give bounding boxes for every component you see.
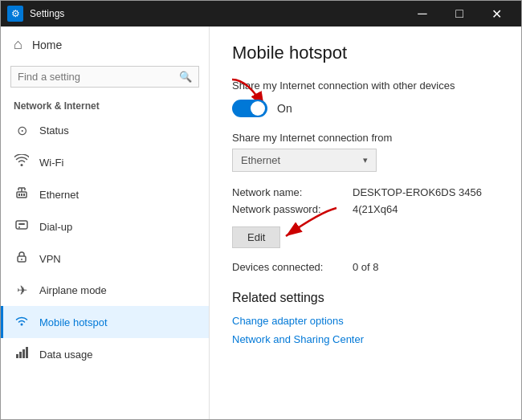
sidebar-item-vpn[interactable]: VPN [1, 243, 209, 275]
svg-rect-16 [22, 349, 25, 358]
search-icon: 🔍 [179, 71, 192, 83]
connection-toggle[interactable] [232, 100, 267, 117]
sidebar: ⌂ Home 🔍 Network & Internet ⊙ Status [1, 27, 210, 419]
sidebar-item-label: Status [39, 124, 69, 137]
vpn-icon [14, 251, 30, 267]
svg-point-13 [21, 324, 23, 326]
chevron-down-icon: ▾ [363, 155, 368, 165]
minimize-button[interactable]: ─ [404, 1, 441, 27]
svg-rect-14 [16, 354, 18, 358]
svg-point-12 [21, 259, 22, 260]
network-name-row: Network name: DESKTOP-EROK6DS 3456 [232, 186, 499, 198]
close-button[interactable]: ✕ [478, 1, 515, 27]
svg-rect-15 [19, 352, 22, 358]
window-title: Settings [30, 8, 404, 19]
sidebar-item-label: Mobile hotspot [39, 316, 108, 328]
dropdown-value: Ethernet [241, 154, 280, 166]
home-icon: ⌂ [14, 36, 22, 53]
sidebar-item-dialup[interactable]: Dial-up [1, 210, 209, 243]
sidebar-item-data[interactable]: Data usage [1, 338, 209, 370]
home-label: Home [32, 39, 62, 51]
network-name-label: Network name: [232, 186, 353, 198]
network-name-value: DESKTOP-EROK6DS 3456 [353, 186, 482, 198]
devices-row: Devices connected: 0 of 8 [232, 261, 499, 273]
sidebar-item-label: Dial-up [39, 221, 72, 233]
network-password-value: 4(21Xq64 [353, 203, 398, 215]
sidebar-item-wifi[interactable]: Wi-Fi [1, 146, 209, 178]
window-controls: ─ □ ✕ [404, 1, 515, 27]
dialup-icon [14, 218, 30, 234]
svg-rect-17 [26, 347, 28, 358]
status-icon: ⊙ [14, 123, 30, 138]
edit-button[interactable]: Edit [232, 226, 280, 248]
connection-source-dropdown[interactable]: Ethernet ▾ [232, 149, 377, 172]
maximize-button[interactable]: □ [441, 1, 478, 27]
data-icon [14, 346, 30, 362]
settings-window: ⚙ Settings ─ □ ✕ ⌂ Home 🔍 Network & Inte… [0, 0, 522, 420]
sidebar-item-label: VPN [39, 253, 61, 265]
change-adapter-link[interactable]: Change adapter options [232, 315, 499, 327]
sidebar-section-title: Network & Internet [1, 94, 209, 115]
sidebar-item-label: Airplane mode [39, 284, 107, 296]
related-settings-title: Related settings [232, 291, 499, 305]
sidebar-item-label: Data usage [39, 349, 93, 361]
sidebar-item-airplane[interactable]: ✈ Airplane mode [1, 275, 209, 306]
content-area: ⌂ Home 🔍 Network & Internet ⊙ Status [1, 27, 521, 419]
search-box[interactable]: 🔍 [10, 66, 199, 88]
devices-label: Devices connected: [232, 261, 353, 273]
svg-rect-2 [21, 194, 22, 196]
search-input[interactable] [18, 71, 179, 83]
sidebar-item-status[interactable]: ⊙ Status [1, 115, 209, 146]
sidebar-item-label: Ethernet [39, 189, 79, 201]
toggle-knob [251, 101, 265, 116]
network-password-row: Network password: 4(21Xq64 [232, 203, 499, 215]
red-arrow-edit [276, 204, 341, 248]
page-title: Mobile hotspot [232, 43, 499, 63]
main-content: Mobile hotspot Share my Internet connect… [210, 27, 521, 419]
wifi-icon [14, 154, 30, 170]
svg-rect-10 [18, 223, 25, 225]
network-sharing-center-link[interactable]: Network and Sharing Center [232, 333, 499, 345]
ethernet-icon [14, 186, 30, 202]
svg-rect-3 [23, 194, 25, 196]
hotspot-icon [14, 314, 30, 330]
sidebar-item-hotspot[interactable]: Mobile hotspot [1, 306, 209, 338]
sidebar-item-ethernet[interactable]: Ethernet [1, 178, 209, 210]
title-bar: ⚙ Settings ─ □ ✕ [1, 1, 521, 27]
svg-rect-1 [18, 194, 20, 196]
airplane-icon: ✈ [14, 283, 30, 298]
sidebar-item-home[interactable]: ⌂ Home [1, 27, 209, 63]
toggle-row: On [232, 100, 499, 117]
devices-value: 0 of 8 [353, 261, 379, 273]
edit-section: Edit [232, 220, 280, 261]
svg-point-9 [18, 226, 20, 228]
app-icon: ⚙ [7, 6, 23, 22]
share-from-label: Share my Internet connection from [232, 132, 499, 144]
sidebar-item-label: Wi-Fi [39, 157, 63, 169]
